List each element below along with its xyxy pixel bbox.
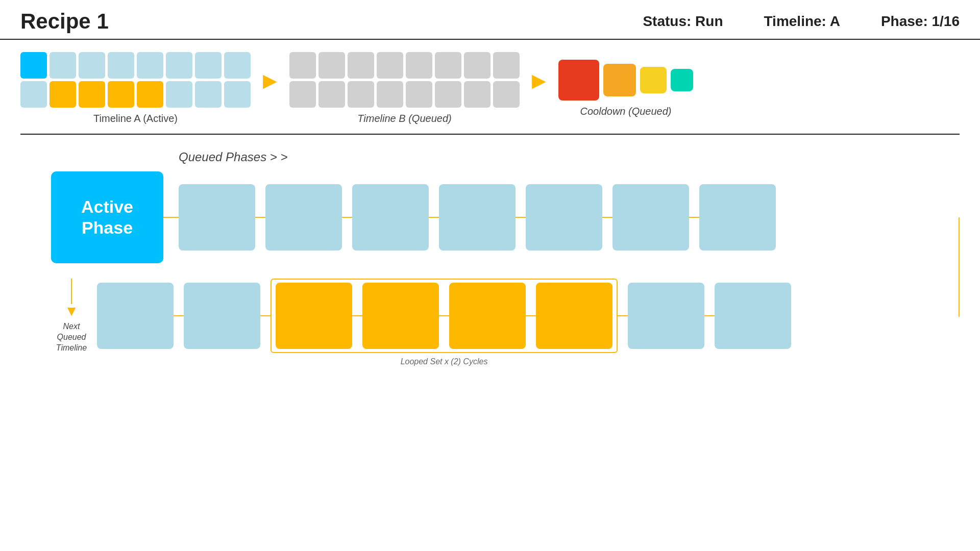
connector-h — [352, 315, 362, 316]
timeline-section: Timeline A (Active) ▶ Timeline B (Queued… — [0, 40, 980, 124]
queued-phase-5 — [526, 184, 602, 251]
cell — [50, 81, 76, 108]
queued-phase-14 — [628, 283, 704, 349]
header-meta: Status: Run Timeline: A Phase: 1/16 — [643, 13, 960, 30]
connector-h — [260, 315, 271, 316]
queued-phase-9 — [184, 283, 260, 349]
queued-phase-1 — [179, 184, 255, 251]
cell — [79, 52, 105, 79]
cell — [166, 81, 192, 108]
cell — [435, 52, 461, 79]
connector-h — [602, 217, 612, 218]
phase-row-2: ▼ Next Queued Timeline — [51, 279, 960, 353]
connector-h — [439, 315, 449, 316]
queued-phase-10 — [276, 283, 352, 349]
cell-teal — [671, 69, 693, 91]
cell — [289, 81, 316, 108]
cell — [195, 81, 222, 108]
cooldown-grid — [558, 60, 693, 101]
phase-label: Phase: 1/16 — [881, 13, 960, 30]
cell — [377, 52, 403, 79]
cell — [108, 81, 134, 108]
queued-phase-2 — [265, 184, 342, 251]
cell — [166, 52, 192, 79]
cell — [318, 81, 345, 108]
connector-h — [704, 315, 715, 316]
connector-h — [618, 315, 628, 316]
cell — [50, 52, 76, 79]
vert-line-up — [71, 279, 72, 304]
timeline-b-label: Timeline B (Queued) — [357, 113, 451, 124]
status-label: Status: Run — [643, 13, 723, 30]
queued-phase-6 — [612, 184, 689, 251]
cell — [464, 52, 491, 79]
queued-phase-12 — [449, 283, 526, 349]
connector-h — [526, 315, 536, 316]
arrow-right-2: ▶ — [532, 70, 546, 91]
cell — [406, 52, 432, 79]
cell — [289, 52, 316, 79]
phase-section: Queued Phases > > Active Phase — [0, 135, 980, 353]
cell-orange — [603, 64, 636, 96]
cell — [108, 52, 134, 79]
queued-phase-7 — [699, 184, 776, 251]
next-queued-area: ▼ Next Queued Timeline — [51, 279, 92, 353]
cell — [224, 52, 251, 79]
looped-set-wrapper: Looped Set x (2) Cycles — [271, 279, 618, 353]
cell — [137, 52, 163, 79]
cell — [348, 81, 374, 108]
queued-phase-4 — [439, 184, 516, 251]
queued-phase-15 — [715, 283, 791, 349]
cell — [137, 81, 163, 108]
active-phase-box: Active Phase — [51, 171, 163, 263]
next-queued-label: Next Queued Timeline — [51, 321, 92, 353]
queued-phases-label: Queued Phases > > — [179, 150, 960, 164]
timeline-b-grid — [289, 52, 520, 108]
looped-set-label: Looped Set x (2) Cycles — [401, 357, 488, 366]
connector-h — [516, 217, 526, 218]
cell-red — [558, 60, 599, 101]
cell — [20, 81, 47, 108]
cell — [377, 81, 403, 108]
connector-h — [163, 217, 179, 218]
cell — [406, 81, 432, 108]
queued-phase-8 — [97, 283, 174, 349]
timeline-a-block: Timeline A (Active) — [20, 52, 251, 124]
connector-h — [689, 217, 699, 218]
timeline-a-grid — [20, 52, 251, 108]
timeline-a-label: Timeline A (Active) — [93, 113, 178, 124]
page-title: Recipe 1 — [20, 9, 643, 34]
header: Recipe 1 Status: Run Timeline: A Phase: … — [0, 0, 980, 40]
timeline-label: Timeline: A — [764, 13, 840, 30]
connector-h — [342, 217, 352, 218]
cooldown-block: Cooldown (Queued) — [558, 60, 693, 117]
cell — [493, 81, 520, 108]
down-arrow-icon: ▼ — [64, 304, 79, 318]
cell — [464, 81, 491, 108]
cell-yellow-lt — [640, 67, 667, 93]
timeline-b-block: Timeline B (Queued) — [289, 52, 520, 124]
cell — [493, 52, 520, 79]
connector-h — [429, 217, 439, 218]
active-phase-text: Active Phase — [81, 196, 133, 238]
cell — [20, 52, 47, 79]
arrow-right-1: ▶ — [263, 70, 277, 91]
connector-h — [174, 315, 184, 316]
cell — [195, 52, 222, 79]
queued-phase-11 — [362, 283, 439, 349]
cell — [348, 52, 374, 79]
cell — [318, 52, 345, 79]
queued-phase-3 — [352, 184, 429, 251]
cell — [435, 81, 461, 108]
cell — [224, 81, 251, 108]
phase-row-1: Active Phase — [51, 171, 960, 263]
queued-phase-13 — [536, 283, 612, 349]
phase-rows-wrapper: Active Phase — [51, 171, 960, 353]
cell — [79, 81, 105, 108]
cooldown-label: Cooldown (Queued) — [580, 106, 672, 117]
connector-h — [255, 217, 265, 218]
